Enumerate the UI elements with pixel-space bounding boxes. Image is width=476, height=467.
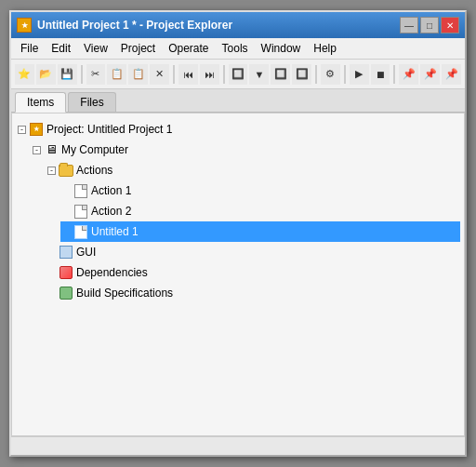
toolbar-pin3[interactable]: 📌 <box>442 64 461 85</box>
toolbar-back[interactable]: ⏮ <box>178 64 198 85</box>
toolbar-grid[interactable]: 🔲 <box>229 64 248 85</box>
project-explorer-content: - ★ Project: Untitled Project 1 - 🖥 <box>11 113 465 436</box>
title-bar-controls: — □ ✕ <box>400 17 459 33</box>
computer-label: My Computer <box>61 140 128 159</box>
tree-item-computer[interactable]: - 🖥 My Computer <box>31 140 460 160</box>
expander-actions[interactable]: - <box>47 167 56 175</box>
toolbar-gear[interactable]: ⚙ <box>321 64 340 85</box>
toolbar-copy[interactable]: 📋 <box>107 64 126 85</box>
gui-icon <box>59 245 73 260</box>
deps-label: Dependencies <box>76 263 148 282</box>
action2-icon <box>73 204 88 219</box>
untitled1-label: Untitled 1 <box>91 222 139 241</box>
toolbar-new[interactable]: ⭐ <box>15 64 34 85</box>
action2-label: Action 2 <box>91 202 131 220</box>
untitled1-icon <box>73 224 88 239</box>
project-label: Project: Untitled Project 1 <box>46 120 172 139</box>
app-icon: ★ <box>17 18 32 33</box>
toolbar-paste[interactable]: 📋 <box>128 64 148 85</box>
list-item: Untitled 1 <box>60 221 460 242</box>
toolbar: ⭐ 📂 💾 ✂ 📋 📋 ✕ ⏮ ⏭ 🔲 ▼ 🔲 🔲 ⚙ ▶ ⏹ 📌 📌 📌 <box>11 60 465 89</box>
menu-view[interactable]: View <box>78 40 113 57</box>
menu-project[interactable]: Project <box>115 40 161 57</box>
menu-help[interactable]: Help <box>308 40 342 57</box>
build-label: Build Specifications <box>76 284 173 302</box>
list-item: Build Specifications <box>46 283 460 303</box>
status-bar <box>11 436 465 455</box>
toolbar-grid3[interactable]: 🔲 <box>292 64 311 85</box>
tab-items[interactable]: Items <box>15 92 66 113</box>
toolbar-sep2 <box>173 65 175 84</box>
tree-root: - ★ Project: Untitled Project 1 - 🖥 <box>16 119 460 303</box>
list-item: GUI <box>46 242 460 262</box>
actions-folder-icon <box>59 163 73 178</box>
deps-icon <box>59 265 73 280</box>
toolbar-open[interactable]: 📂 <box>36 64 56 85</box>
toolbar-pin1[interactable]: 📌 <box>399 64 418 85</box>
minimize-button[interactable]: — <box>400 17 418 33</box>
tree-children-project: - 🖥 My Computer - <box>16 140 460 303</box>
toolbar-pin2[interactable]: 📌 <box>420 64 440 85</box>
main-window: ★ Untitled Project 1 * - Project Explore… <box>9 10 467 457</box>
menu-edit[interactable]: Edit <box>46 40 76 57</box>
tree-children-computer: - Actions <box>31 160 460 303</box>
tree-item-action2[interactable]: Action 2 <box>60 201 460 221</box>
gui-label: GUI <box>76 243 96 261</box>
expander-project[interactable]: - <box>18 126 26 134</box>
maximize-button[interactable]: □ <box>420 17 439 33</box>
tree-item-build[interactable]: Build Specifications <box>46 283 460 303</box>
toolbar-dropdown[interactable]: ▼ <box>249 64 269 85</box>
toolbar-delete[interactable]: ✕ <box>150 64 169 85</box>
list-item: - ★ Project: Untitled Project 1 - 🖥 <box>16 119 460 303</box>
toolbar-run[interactable]: ▶ <box>350 64 369 85</box>
tree-item-untitled1[interactable]: Untitled 1 <box>60 221 460 242</box>
tree-item-gui[interactable]: GUI <box>46 242 460 262</box>
menu-operate[interactable]: Operate <box>163 40 214 57</box>
toolbar-save[interactable]: 💾 <box>58 64 77 85</box>
toolbar-sep3 <box>223 65 225 84</box>
list-item: - Actions <box>46 160 460 242</box>
toolbar-cut[interactable]: ✂ <box>86 64 106 85</box>
menu-bar: File Edit View Project Operate Tools Win… <box>11 38 465 60</box>
list-item: Action 1 <box>60 180 460 201</box>
window-title: Untitled Project 1 * - Project Explorer <box>37 19 232 32</box>
actions-label: Actions <box>76 161 112 180</box>
action1-icon <box>73 183 88 198</box>
toolbar-stop[interactable]: ⏹ <box>371 64 390 85</box>
project-icon: ★ <box>29 122 44 137</box>
action1-label: Action 1 <box>91 181 131 200</box>
expander-computer[interactable]: - <box>33 146 41 154</box>
menu-tools[interactable]: Tools <box>217 40 254 57</box>
toolbar-sep4 <box>315 65 317 84</box>
tree-item-actions[interactable]: - Actions <box>46 160 460 180</box>
title-bar-left: ★ Untitled Project 1 * - Project Explore… <box>17 18 232 33</box>
toolbar-sep6 <box>393 65 395 84</box>
toolbar-sep5 <box>344 65 346 84</box>
menu-window[interactable]: Window <box>256 40 307 57</box>
toolbar-sep1 <box>81 65 83 84</box>
menu-file[interactable]: File <box>15 40 44 57</box>
tab-files[interactable]: Files <box>68 92 115 112</box>
toolbar-forward[interactable]: ⏭ <box>200 64 219 85</box>
list-item: Dependencies <box>46 262 460 283</box>
tab-bar: Items Files <box>11 89 465 113</box>
computer-icon: 🖥 <box>44 142 59 157</box>
tree-children-actions: Action 1 <box>46 180 460 242</box>
toolbar-grid2[interactable]: 🔲 <box>271 64 290 85</box>
tree-item-action1[interactable]: Action 1 <box>60 180 460 201</box>
tree-item-project[interactable]: - ★ Project: Untitled Project 1 <box>16 119 460 140</box>
list-item: - 🖥 My Computer - <box>31 140 460 303</box>
build-icon <box>59 286 73 300</box>
list-item: Action 2 <box>60 201 460 221</box>
title-bar: ★ Untitled Project 1 * - Project Explore… <box>11 12 465 38</box>
tree-item-deps[interactable]: Dependencies <box>46 262 460 283</box>
close-button[interactable]: ✕ <box>441 17 459 33</box>
